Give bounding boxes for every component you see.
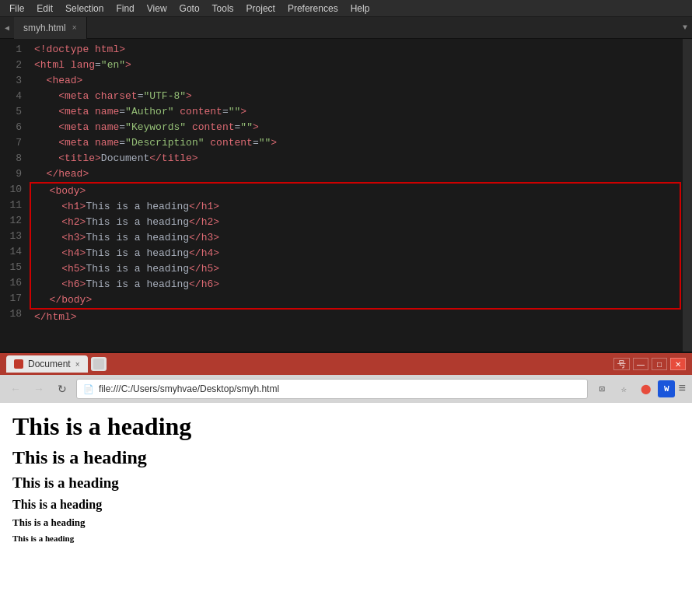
browser-tab-area: Document × (6, 355, 107, 373)
browser-menu-btn[interactable]: ≡ (678, 382, 686, 396)
browser-toolbar: ← → ↻ 📄 file:///C:/Users/smyhvae/Desktop… (0, 375, 692, 403)
browser-window-controls: 号 — □ ✕ (613, 358, 686, 370)
browser-maximize-btn[interactable]: □ (652, 358, 667, 370)
menu-project[interactable]: Project (240, 2, 281, 16)
code-line-1: <!doctype html> (28, 42, 683, 58)
browser-title-bar: Document × 号 — □ ✕ (0, 353, 692, 375)
editor-container: ◀ smyh.html × ▼ 12345 678910 1112131415 … (0, 17, 692, 352)
browser-tab-close[interactable]: × (75, 360, 80, 369)
browser-label-btn[interactable]: 号 (613, 358, 630, 370)
browser-forward-button[interactable]: → (30, 380, 48, 398)
browser-h2: This is a heading (12, 447, 680, 468)
code-editor: 12345 678910 1112131415 161718 <!doctype… (0, 39, 692, 352)
address-bar-file-icon: 📄 (83, 384, 94, 394)
menu-view[interactable]: View (141, 2, 173, 16)
code-line-14: <h4>This is a heading</h4> (31, 246, 680, 261)
code-line-5: <meta name="Author" content=""> (28, 104, 683, 120)
browser-star-btn[interactable]: ☆ (614, 380, 633, 398)
menu-edit[interactable]: Edit (30, 2, 59, 16)
code-line-10: <body> (31, 184, 680, 199)
editor-scrollbar[interactable] (683, 39, 692, 352)
browser-h5: This is a heading (12, 516, 680, 529)
tab-scroll-right[interactable]: ▼ (678, 17, 692, 39)
menu-file[interactable]: File (3, 2, 30, 16)
browser-minimize-btn[interactable]: — (633, 358, 648, 370)
browser-tab-title: Document (28, 359, 71, 369)
code-line-3: <head> (28, 73, 683, 89)
tab-bar: ◀ smyh.html × ▼ (0, 17, 692, 39)
browser-wa-btn[interactable]: W (658, 380, 675, 397)
address-bar[interactable]: 📄 file:///C:/Users/smyhvae/Desktop/smyh.… (76, 379, 588, 399)
code-line-11: <h1>This is a heading</h1> (31, 199, 680, 215)
address-bar-url: file:///C:/Users/smyhvae/Desktop/smyh.ht… (99, 383, 279, 394)
browser-window: Document × 号 — □ ✕ ← → ↻ 📄 file:///C:/Us… (0, 352, 692, 616)
browser-circle-btn[interactable]: ⬤ (636, 380, 655, 398)
tab-close-button[interactable]: × (72, 23, 77, 32)
browser-tab[interactable]: Document × (6, 355, 88, 373)
browser-content: This is a heading This is a heading This… (0, 403, 692, 616)
editor-tab[interactable]: smyh.html × (14, 17, 87, 39)
browser-close-btn[interactable]: ✕ (670, 358, 686, 370)
code-line-7: <meta name="Description" content=""> (28, 135, 683, 151)
code-line-17: </body> (31, 292, 680, 308)
code-line-13: <h3>This is a heading</h3> (31, 230, 680, 246)
menu-tools[interactable]: Tools (206, 2, 240, 16)
browser-toolbar-actions: ⊡ ☆ ⬤ W ≡ (592, 380, 686, 398)
browser-screenshot-btn[interactable]: ⊡ (592, 380, 611, 398)
browser-new-tab-button[interactable] (91, 357, 107, 371)
browser-tab-favicon (14, 359, 23, 369)
browser-h4: This is a heading (12, 498, 680, 512)
code-line-6: <meta name="Keywords" content=""> (28, 120, 683, 135)
code-line-12: <h2>This is a heading</h2> (31, 215, 680, 230)
code-line-16: <h6>This is a heading</h6> (31, 277, 680, 292)
browser-h3: This is a heading (12, 474, 680, 492)
menu-goto[interactable]: Goto (173, 2, 206, 16)
menu-selection[interactable]: Selection (59, 2, 110, 16)
menu-find[interactable]: Find (110, 2, 140, 16)
browser-refresh-button[interactable]: ↻ (53, 380, 72, 398)
selected-code-block: <body> <h1>This is a heading</h1> <h2>Th… (30, 182, 681, 310)
browser-back-button[interactable]: ← (6, 380, 25, 398)
new-tab-icon (93, 359, 104, 369)
browser-h6: This is a heading (12, 534, 680, 543)
code-line-15: <h5>This is a heading</h5> (31, 261, 680, 277)
code-line-9: </head> (28, 166, 683, 182)
menu-bar: File Edit Selection Find View Goto Tools… (0, 0, 692, 17)
code-content[interactable]: <!doctype html> <html lang="en"> <head> … (28, 39, 683, 352)
code-line-4: <meta charset="UTF-8"> (28, 89, 683, 104)
tab-scroll-left[interactable]: ◀ (0, 17, 14, 39)
menu-help[interactable]: Help (344, 2, 376, 16)
menu-preferences[interactable]: Preferences (281, 2, 344, 16)
code-line-8: <title>Document</title> (28, 151, 683, 166)
tab-filename: smyh.html (23, 23, 66, 33)
browser-h1: This is a heading (12, 412, 680, 441)
code-line-2: <html lang="en"> (28, 58, 683, 73)
code-line-18: </html> (28, 310, 683, 325)
line-numbers: 12345 678910 1112131415 161718 (0, 39, 28, 352)
